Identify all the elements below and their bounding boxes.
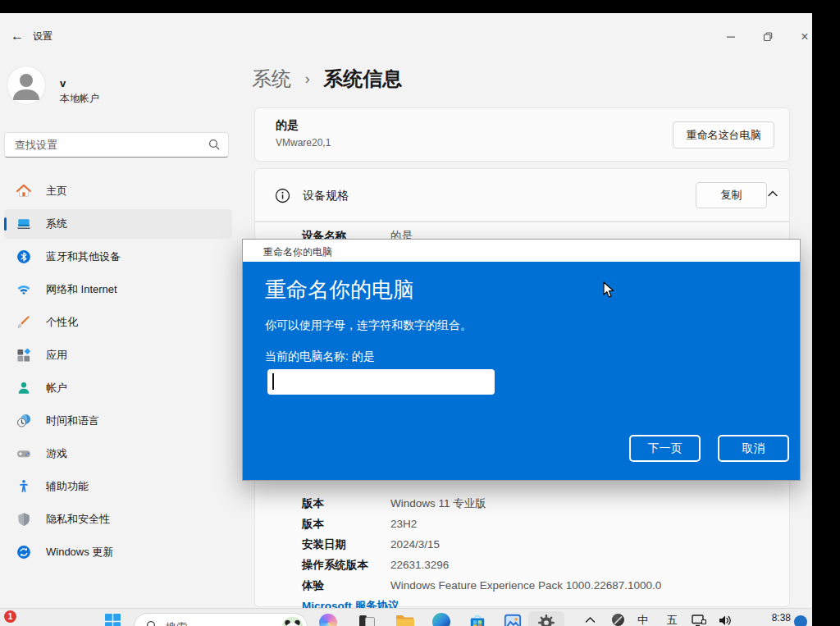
windows-update-icon — [16, 544, 32, 560]
edge-browser-icon[interactable] — [432, 613, 450, 626]
minimize-button[interactable] — [719, 26, 743, 48]
ime-mode-indicator[interactable]: 中 — [637, 613, 648, 626]
sidebar-item-privacy-security[interactable]: 隐私和安全性 — [4, 505, 232, 534]
search-highlight-panda-icon[interactable] — [281, 616, 304, 626]
sidebar-item-windows-update[interactable]: Windows 更新 — [4, 537, 232, 567]
avatar[interactable] — [7, 66, 46, 105]
wifi-icon — [16, 281, 32, 298]
tray-blue-icon[interactable] — [794, 615, 807, 626]
volume-icon[interactable] — [718, 614, 733, 626]
dialog-titlebar: 重命名你的电脑 — [243, 240, 800, 262]
dialog-subtext: 你可以使用字母，连字符和数字的组合。 — [265, 318, 472, 333]
search-icon — [146, 620, 158, 626]
sidebar-item-label: 时间和语言 — [46, 414, 99, 428]
breadcrumb-separator-icon: › — [297, 71, 318, 87]
file-explorer-icon[interactable] — [395, 614, 414, 626]
breadcrumb-current: 系统信息 — [323, 67, 402, 89]
sidebar-item-system[interactable]: 系统 — [4, 209, 232, 239]
home-icon — [16, 183, 32, 199]
user-name: v — [60, 77, 66, 89]
spec-row-label: 操作系统版本 — [302, 557, 368, 573]
pc-name-input[interactable] — [267, 369, 495, 395]
screenshot-root: ← 设置 × v 本地帐户 — [0, 0, 840, 626]
microsoft-store-icon[interactable] — [468, 613, 486, 626]
sidebar-item-label: 个性化 — [46, 315, 78, 330]
ime-method-indicator[interactable]: 五 — [667, 613, 678, 626]
bluetooth-icon — [16, 249, 32, 265]
sidebar-item-label: 隐私和安全性 — [46, 512, 110, 527]
sidebar-item-gaming[interactable]: 游戏 — [4, 439, 232, 468]
settings-window: ← 设置 × v 本地帐户 — [0, 13, 812, 608]
spec-row-value: Windows 11 专业版 — [390, 496, 486, 512]
copy-button[interactable]: 复制 — [696, 182, 767, 208]
search-icon — [208, 139, 220, 150]
accounts-icon — [16, 380, 32, 396]
taskbar-search-box[interactable]: 搜索 — [134, 613, 308, 626]
screen-top-black-strip — [0, 0, 840, 13]
spec-row-value: 22631.3296 — [390, 557, 449, 573]
cancel-button[interactable]: 取消 — [718, 435, 789, 462]
sidebar-item-accessibility[interactable]: 辅助功能 — [4, 472, 232, 501]
close-button[interactable]: × — [792, 26, 812, 48]
spec-row-label: 版本 — [302, 496, 324, 512]
sidebar-item-label: 帐户 — [46, 381, 67, 395]
spec-row-label: 版本 — [302, 516, 324, 532]
sidebar-item-label: 主页 — [46, 184, 67, 199]
sidebar-item-accounts[interactable]: 帐户 — [4, 373, 232, 403]
gamepad-icon — [16, 446, 32, 462]
paintbrush-icon — [16, 314, 32, 331]
user-icon — [7, 66, 46, 105]
spec-row-label: 体验 — [302, 578, 324, 594]
sidebar-item-bluetooth-devices[interactable]: 蓝牙和其他设备 — [4, 242, 232, 272]
settings-search-box[interactable] — [4, 132, 229, 158]
photos-icon[interactable] — [504, 613, 522, 626]
task-view-icon[interactable] — [359, 615, 376, 626]
copilot-icon[interactable] — [319, 614, 337, 626]
spec-row-value: 23H2 — [390, 516, 417, 532]
selected-indicator — [4, 217, 7, 231]
tray-chevron-up-icon[interactable] — [585, 616, 596, 624]
start-button-icon[interactable] — [105, 614, 121, 626]
device-name-card: 的是 VMware20,1 重命名这台电脑 — [254, 107, 790, 162]
taskbar-search-placeholder: 搜索 — [166, 620, 187, 626]
spec-row-value: 2024/3/15 — [390, 537, 440, 553]
time-language-icon — [16, 413, 32, 429]
network-ethernet-icon[interactable] — [692, 615, 706, 626]
breadcrumb-parent[interactable]: 系统 — [252, 67, 291, 89]
settings-search-input[interactable] — [13, 135, 202, 155]
user-account-type: 本地帐户 — [60, 92, 99, 106]
spec-row-value: Windows Feature Experience Pack 1000.226… — [390, 578, 661, 594]
rename-pc-button[interactable]: 重命名这台电脑 — [673, 121, 774, 149]
accessibility-icon — [16, 478, 32, 495]
sidebar-item-home[interactable]: 主页 — [4, 176, 232, 206]
clock[interactable]: 8:38 — [753, 612, 791, 624]
next-button[interactable]: 下一页 — [629, 435, 701, 462]
sidebar-item-network[interactable]: 网络和 Internet — [4, 275, 232, 304]
taskbar: 1 搜索 — [0, 608, 812, 626]
tray-status-icon[interactable] — [612, 614, 624, 626]
apps-icon — [16, 347, 32, 363]
current-pc-name-label: 当前的电脑名称: 的是 — [265, 350, 375, 364]
rename-pc-dialog: 重命名你的电脑 重命名你的电脑 你可以使用字母，连字符和数字的组合。 当前的电脑… — [242, 239, 801, 481]
chevron-up-icon[interactable] — [768, 190, 778, 197]
device-specs-header[interactable]: 设备规格 复制 — [254, 168, 790, 222]
info-icon — [275, 188, 290, 203]
back-button[interactable]: ← — [8, 27, 26, 45]
restore-icon — [763, 32, 773, 42]
sidebar-item-label: 游戏 — [46, 446, 67, 461]
breadcrumb: 系统 › 系统信息 — [252, 64, 402, 94]
settings-gear-icon[interactable] — [537, 614, 555, 626]
sidebar-item-personalization[interactable]: 个性化 — [4, 308, 232, 337]
sidebar-item-label: 应用 — [46, 348, 67, 363]
widgets-notification-badge[interactable]: 1 — [4, 610, 16, 623]
sidebar-item-apps[interactable]: 应用 — [4, 340, 232, 370]
shield-icon — [16, 511, 32, 528]
sidebar-item-time-language[interactable]: 时间和语言 — [4, 406, 232, 436]
device-model: VMware20,1 — [276, 137, 331, 149]
maximize-button[interactable] — [756, 26, 780, 48]
text-caret — [272, 373, 274, 390]
microsoft-services-agreement-link[interactable]: Microsoft 服务协议 — [302, 599, 399, 608]
sidebar-item-label: 网络和 Internet — [46, 282, 117, 297]
sidebar-item-label: Windows 更新 — [46, 545, 113, 560]
window-title: 设置 — [33, 30, 52, 43]
